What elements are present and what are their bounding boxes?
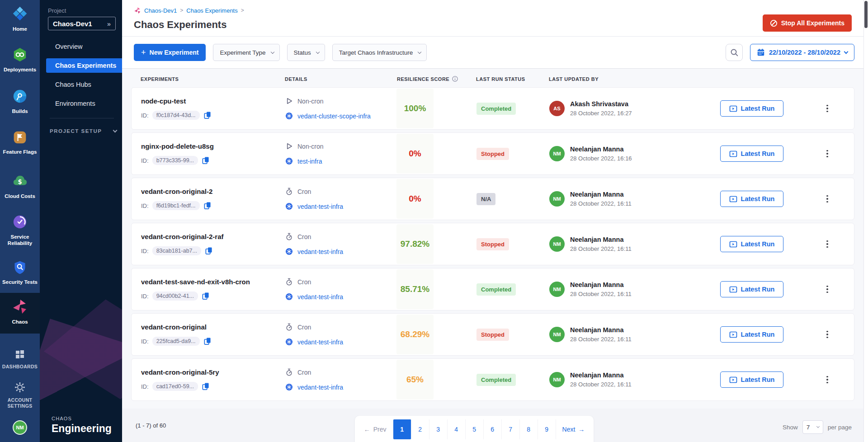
copy-icon[interactable]	[203, 337, 211, 345]
kebab-menu-icon[interactable]	[824, 373, 831, 386]
filter-experiment-type[interactable]: Experiment Type	[213, 44, 279, 61]
chevron-down-icon	[316, 50, 320, 53]
infra-link[interactable]: vedant-cluster-scope-infra	[297, 113, 371, 120]
nav-item-environments[interactable]: Environments	[40, 96, 122, 111]
infra-link[interactable]: vedant-test-infra	[297, 293, 343, 301]
page-number[interactable]: 8	[520, 419, 538, 439]
experiment-name[interactable]: vedant-test-save-nd-exit-v8h-cron	[141, 278, 250, 286]
infra-link[interactable]: vedant-test-infra	[297, 384, 343, 391]
experiment-name[interactable]: vedant-cron-original-2-raf	[141, 233, 224, 240]
avatar: NM	[549, 282, 565, 297]
infra-link[interactable]: test-infra	[297, 158, 322, 165]
table-row[interactable]: nginx-pod-delete-u8sg ID:b773c335-99... …	[131, 132, 854, 175]
copy-icon[interactable]	[205, 247, 212, 255]
sidebar-item-cloud-costs[interactable]: $ Cloud Costs	[0, 174, 40, 199]
scrollbar-thumb[interactable]	[864, 1, 868, 28]
latest-run-button[interactable]: Latest Run	[720, 236, 783, 252]
latest-run-button[interactable]: Latest Run	[720, 100, 783, 117]
stop-icon	[770, 19, 778, 27]
experiment-name[interactable]: nginx-pod-delete-u8sg	[141, 142, 214, 150]
avatar: NM	[549, 236, 565, 252]
filter-status[interactable]: Status	[287, 44, 325, 61]
infra-link[interactable]: vedant-test-infra	[297, 339, 343, 346]
sidebar-item-security-tests[interactable]: Security Tests	[0, 260, 40, 285]
schedule-label: Cron	[297, 324, 311, 331]
column-header: EXPERIMENTS	[131, 76, 280, 82]
page-number[interactable]: 4	[448, 419, 466, 439]
page-number[interactable]: 5	[466, 419, 484, 439]
sidebar-item-account-settings[interactable]: ACCOUNT SETTINGS	[0, 381, 40, 409]
infra-link[interactable]: vedant-test-infra	[297, 203, 343, 210]
chaos-icon	[12, 298, 28, 316]
page-number[interactable]: 2	[411, 419, 429, 439]
new-experiment-button[interactable]: + New Experiment	[134, 44, 206, 61]
next-page-button[interactable]: Next→	[556, 419, 591, 439]
expand-panel-icon[interactable]: »	[107, 20, 111, 28]
kebab-menu-icon[interactable]	[824, 193, 831, 206]
pagination-bar: (1 - 7) of 60 ←Prev 1 2 3 4 5 6 7 8 9 Ne…	[122, 409, 868, 442]
filter-target-infrastructure[interactable]: Target Chaos Infrastructure	[332, 44, 427, 61]
sidebar-item-home[interactable]: Home	[0, 5, 40, 32]
copy-icon[interactable]	[202, 382, 209, 390]
info-icon[interactable]	[452, 76, 458, 82]
sidebar-item-builds[interactable]: Builds	[0, 89, 40, 114]
table-row[interactable]: node-cpu-test ID:f0c187d4-43d... Non-cro…	[131, 87, 854, 130]
project-selector[interactable]: Chaos-Dev1 »	[48, 17, 116, 30]
sidebar-item-chaos[interactable]: Chaos	[0, 298, 40, 325]
latest-run-button[interactable]: Latest Run	[720, 281, 783, 297]
infra-link[interactable]: vedant-test-infra	[297, 248, 343, 255]
kebab-menu-icon[interactable]	[824, 283, 831, 296]
kebab-menu-icon[interactable]	[824, 238, 831, 251]
copy-icon[interactable]	[203, 111, 211, 119]
sidebar-item-feature-flags[interactable]: Feature Flags	[0, 130, 40, 155]
date-range-picker[interactable]: 22/10/2022 - 28/10/2022	[750, 44, 854, 61]
prev-page-button[interactable]: ←Prev	[358, 419, 393, 439]
copy-icon[interactable]	[202, 292, 209, 300]
scrollbar-track[interactable]	[863, 0, 868, 442]
table-row[interactable]: vedant-cron-original-2-raf ID:83cab181-a…	[131, 223, 854, 265]
experiment-name[interactable]: vedant-cron-original	[141, 323, 207, 331]
sidebar-item-deployments[interactable]: Deployments	[0, 47, 40, 73]
latest-run-button[interactable]: Latest Run	[720, 371, 783, 388]
user-avatar[interactable]: NM	[13, 420, 27, 435]
kebab-menu-icon[interactable]	[824, 102, 831, 115]
copy-icon[interactable]	[202, 156, 209, 165]
sidebar-item-label: Builds	[12, 108, 28, 114]
page-number[interactable]: 7	[502, 419, 520, 439]
latest-run-button[interactable]: Latest Run	[720, 326, 783, 343]
nav-item-chaos-hubs[interactable]: Chaos Hubs	[40, 77, 122, 92]
nav-item-chaos-experiments[interactable]: Chaos Experiments	[46, 58, 122, 73]
page-number[interactable]: 3	[429, 419, 448, 439]
sidebar-item-service-reliability[interactable]: Service Reliability	[0, 214, 40, 247]
avatar: NM	[549, 327, 565, 342]
breadcrumb-project-link[interactable]: Chaos-Dev1	[144, 7, 177, 14]
kebab-menu-icon[interactable]	[824, 147, 831, 160]
resilience-score: 68.29%	[396, 315, 434, 354]
page-size-select[interactable]: 7	[802, 420, 823, 434]
project-setup-toggle[interactable]: PROJECT SETUP	[50, 128, 122, 134]
latest-run-button[interactable]: Latest Run	[720, 191, 783, 207]
page-size-control: Show 7 per page	[783, 420, 852, 434]
page-number[interactable]: 6	[484, 419, 502, 439]
kebab-menu-icon[interactable]	[824, 328, 831, 341]
table-row[interactable]: vedant-test-save-nd-exit-v8h-cron ID:94c…	[131, 268, 854, 310]
chevron-down-icon	[816, 425, 820, 428]
table-row[interactable]: vedant-cron-original-2 ID:f6d19bc1-fedf.…	[131, 178, 854, 220]
stop-all-experiments-button[interactable]: Stop All Experiments	[763, 14, 852, 32]
avatar: AS	[549, 101, 565, 116]
nav-item-overview[interactable]: Overview	[40, 39, 122, 54]
page-number[interactable]: 1	[393, 419, 411, 439]
latest-run-button[interactable]: Latest Run	[720, 146, 783, 162]
table-row[interactable]: vedant-cron-original ID:225fcad5-da9... …	[131, 313, 854, 356]
updated-date: 28 October 2022, 16:16	[570, 155, 632, 162]
search-button[interactable]	[726, 44, 743, 61]
sidebar-item-dashboards[interactable]: DASHBOARDS	[0, 349, 40, 370]
experiment-name[interactable]: vedant-cron-original-2	[141, 188, 212, 195]
copy-icon[interactable]	[203, 202, 211, 210]
breadcrumb-page-link[interactable]: Chaos Experiments	[186, 7, 237, 14]
experiment-name[interactable]: node-cpu-test	[141, 97, 186, 105]
experiment-name[interactable]: vedant-cron-original-5ry	[141, 368, 219, 376]
page-number[interactable]: 9	[538, 419, 556, 439]
table-row[interactable]: vedant-cron-original-5ry ID:cad17ed0-59.…	[131, 358, 854, 401]
chevron-down-icon	[418, 50, 421, 53]
